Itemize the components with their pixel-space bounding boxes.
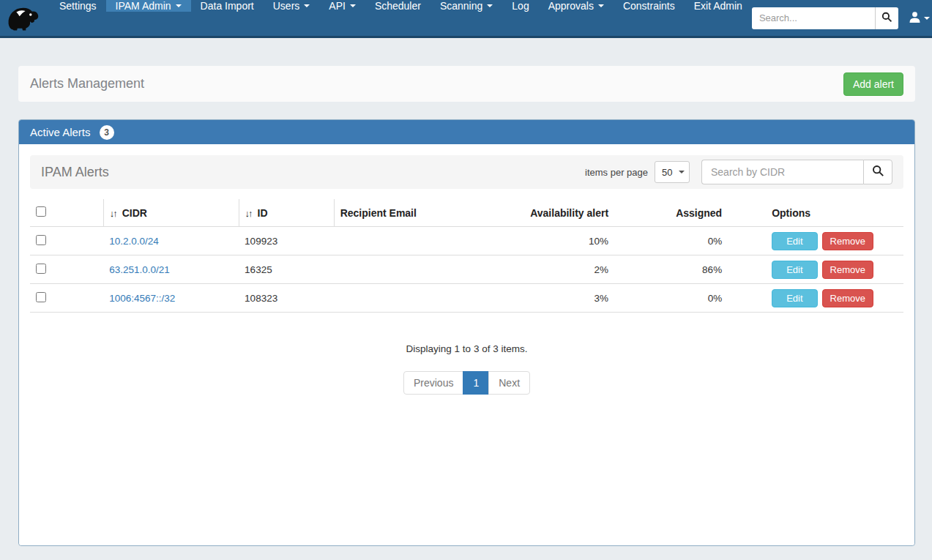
table-toolbar: IPAM Alerts items per page 50	[30, 155, 903, 189]
select-all-checkbox[interactable]	[36, 206, 46, 217]
nav-item-approvals[interactable]: Approvals	[539, 0, 614, 12]
sort-icon[interactable]: ↓↑	[245, 208, 252, 219]
availability-value: 2%	[524, 255, 614, 284]
remove-button[interactable]: Remove	[822, 289, 873, 307]
caret-down-icon	[304, 4, 310, 10]
main-menu: Settings IPAM Admin Data Import Users AP…	[50, 0, 752, 36]
assigned-value: 0%	[614, 284, 728, 313]
table-title: IPAM Alerts	[41, 165, 585, 180]
pagination-next[interactable]: Next	[488, 371, 530, 395]
nav-item-ipam-admin[interactable]: IPAM Admin	[106, 0, 191, 12]
table-row: 63.251.0.0/21 16325 2% 86% EditRemove	[30, 255, 903, 284]
remove-button[interactable]: Remove	[822, 232, 873, 250]
caret-down-icon	[924, 17, 930, 23]
column-header-assigned: Assigned	[614, 199, 728, 227]
alert-count-badge: 3	[100, 125, 114, 140]
results-summary: Displaying 1 to 3 of 3 items.	[30, 343, 903, 354]
column-header-cidr[interactable]: ↓↑CIDR	[103, 199, 239, 227]
availability-value: 10%	[524, 227, 614, 255]
sort-icon[interactable]: ↓↑	[110, 208, 116, 219]
panel-title: Active Alerts	[30, 126, 91, 138]
nav-item-data-import[interactable]: Data Import	[191, 0, 264, 12]
page-title: Alerts Management	[30, 76, 144, 92]
column-header-email: Recipient Email	[334, 199, 524, 227]
assigned-value: 0%	[614, 227, 728, 255]
caret-down-icon	[487, 4, 493, 10]
nav-item-api[interactable]: API	[319, 0, 365, 12]
cidr-search-button[interactable]	[863, 160, 892, 184]
active-alerts-panel: Active Alerts 3 IPAM Alerts items per pa…	[18, 119, 915, 546]
row-checkbox[interactable]	[36, 292, 46, 302]
alert-id: 108323	[239, 284, 334, 313]
panel-heading: Active Alerts 3	[19, 120, 914, 144]
edit-button[interactable]: Edit	[772, 289, 817, 307]
alerts-table: ↓↑CIDR ↓↑ID Recipient Email Availability…	[30, 199, 903, 313]
table-row: 1006:4567::/32 108323 3% 0% EditRemove	[30, 284, 903, 313]
edit-button[interactable]: Edit	[772, 261, 817, 279]
cidr-search-group	[701, 160, 892, 184]
add-alert-button[interactable]: Add alert	[843, 72, 903, 96]
search-icon	[881, 12, 892, 25]
caret-down-icon	[176, 4, 182, 10]
row-checkbox[interactable]	[36, 235, 46, 245]
cidr-link[interactable]: 63.251.0.0/21	[109, 264, 170, 275]
caret-down-icon	[350, 4, 356, 10]
elephant-logo-icon	[6, 0, 40, 36]
navbar-search-input[interactable]	[752, 7, 875, 29]
availability-value: 3%	[524, 284, 614, 313]
user-menu[interactable]	[909, 0, 930, 36]
assigned-value: 86%	[614, 255, 728, 284]
items-per-page-label: items per page	[585, 167, 648, 178]
alert-id: 109923	[239, 227, 334, 255]
page-header-bar: Alerts Management Add alert	[18, 66, 915, 102]
cidr-link[interactable]: 10.2.0.0/24	[109, 236, 159, 247]
items-per-page-select[interactable]: 50	[655, 161, 690, 183]
row-checkbox[interactable]	[36, 264, 46, 274]
items-per-page-wrap: 50	[655, 161, 690, 183]
nav-item-constraints[interactable]: Constraints	[614, 0, 685, 12]
table-row: 10.2.0.0/24 109923 10% 0% EditRemove	[30, 227, 903, 255]
main-content: Alerts Management Add alert Active Alert…	[18, 66, 915, 546]
alert-id: 16325	[239, 255, 334, 284]
search-icon	[872, 165, 884, 179]
navbar-search-group	[752, 0, 898, 36]
column-header-options: Options	[728, 199, 903, 227]
nav-item-scheduler[interactable]: Scheduler	[365, 0, 430, 12]
recipient-email	[334, 255, 524, 284]
nav-item-settings[interactable]: Settings	[50, 0, 106, 12]
pagination: Previous 1 Next	[30, 371, 903, 395]
table-header-row: ↓↑CIDR ↓↑ID Recipient Email Availability…	[30, 199, 903, 227]
user-icon	[909, 11, 921, 26]
caret-down-icon	[598, 4, 604, 10]
cidr-search-input[interactable]	[701, 160, 863, 184]
remove-button[interactable]: Remove	[822, 261, 873, 279]
nav-item-log[interactable]: Log	[502, 0, 538, 12]
navbar-search-button[interactable]	[875, 7, 898, 29]
nav-item-exit-admin[interactable]: Exit Admin	[685, 0, 752, 12]
nav-item-users[interactable]: Users	[264, 0, 320, 12]
recipient-email	[334, 227, 524, 255]
nav-item-scanning[interactable]: Scanning	[430, 0, 502, 12]
cidr-link[interactable]: 1006:4567::/32	[109, 293, 175, 304]
pagination-previous[interactable]: Previous	[403, 371, 463, 395]
panel-body: IPAM Alerts items per page 50	[19, 144, 914, 545]
top-navbar: Settings IPAM Admin Data Import Users AP…	[0, 0, 932, 38]
pagination-page-1[interactable]: 1	[463, 371, 489, 395]
column-header-id[interactable]: ↓↑ID	[239, 199, 334, 227]
edit-button[interactable]: Edit	[772, 232, 817, 250]
column-header-availability: Availability alert	[524, 199, 614, 227]
recipient-email	[334, 284, 524, 313]
